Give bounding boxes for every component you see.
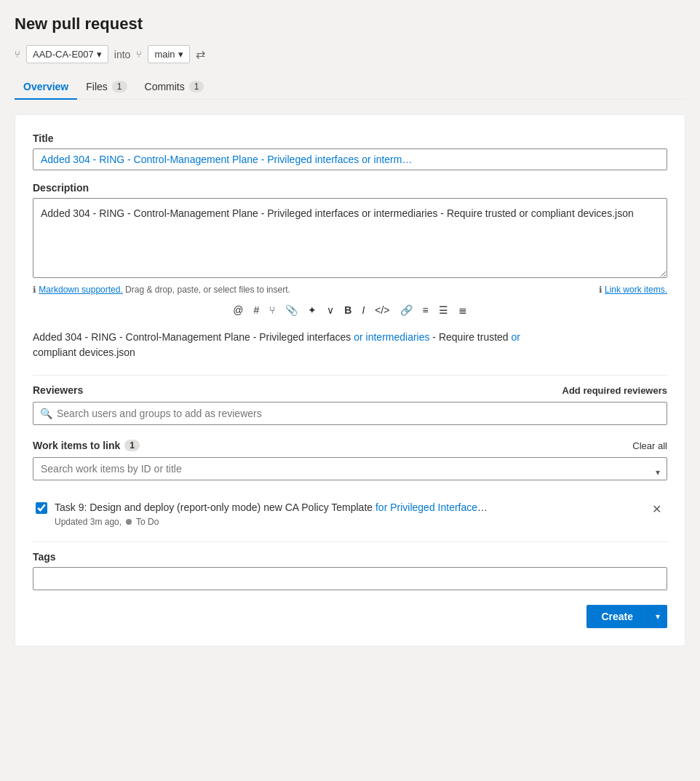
target-branch-btn[interactable]: main ▾: [148, 45, 189, 63]
fmt-code-btn[interactable]: </>: [370, 302, 394, 318]
target-branch-label: main: [154, 49, 175, 60]
into-text: into: [114, 49, 131, 60]
work-item-meta: Updated 3m ago, To Do: [55, 517, 642, 527]
branch-bar: ⑂ AAD-CA-E007 ▾ into ⑂ main ▾ ⇄: [15, 45, 685, 63]
work-item-remove-btn[interactable]: ✕: [649, 501, 664, 518]
description-label: Description: [33, 182, 667, 194]
fmt-hash-btn[interactable]: #: [249, 302, 263, 318]
reviewers-header: Reviewers Add required reviewers: [33, 384, 667, 396]
tab-files[interactable]: Files 1: [77, 75, 135, 100]
clear-all-btn[interactable]: Clear all: [632, 440, 667, 451]
reviewers-search-wrapper: 🔍: [33, 402, 667, 425]
title-input[interactable]: [33, 148, 667, 170]
work-item-checkbox[interactable]: [36, 502, 47, 514]
markdown-toolbar-row: ℹ Markdown supported. Drag & drop, paste…: [33, 285, 667, 295]
tags-label: Tags: [33, 551, 667, 563]
commits-badge: 1: [189, 81, 204, 92]
link-work-items-link[interactable]: Link work items.: [605, 285, 667, 295]
link-info-icon: ℹ: [599, 285, 602, 295]
fmt-italic-btn[interactable]: I: [357, 302, 369, 318]
tab-commits[interactable]: Commits 1: [136, 75, 213, 100]
add-required-reviewers-link[interactable]: Add required reviewers: [562, 385, 668, 396]
info-icon: ℹ: [33, 285, 36, 295]
description-input[interactable]: Added 304 - RING - Control-Management Pl…: [33, 198, 667, 278]
preview-text: Added 304 - RING - Control-Management Pl…: [33, 330, 667, 360]
work-items-label-text: Work items to link: [33, 440, 120, 451]
work-items-header: Work items to link 1 Clear all: [33, 440, 667, 451]
reviewers-label: Reviewers: [33, 384, 83, 396]
page-title: New pull request: [15, 15, 685, 33]
fmt-orderedlist-btn[interactable]: ≡: [418, 302, 433, 318]
create-chevron-icon: ▾: [656, 611, 660, 622]
tab-overview[interactable]: Overview: [15, 75, 77, 100]
work-item-status: To Do: [136, 517, 159, 527]
tab-commits-label: Commits: [145, 81, 185, 92]
work-item-content: Task 9: Design and deploy (report-only m…: [55, 501, 642, 527]
tab-files-label: Files: [86, 81, 108, 92]
main-card: Title Description Added 304 - RING - Con…: [15, 114, 685, 646]
create-button[interactable]: Create: [586, 605, 648, 628]
search-icon: 🔍: [40, 408, 52, 419]
tags-input[interactable]: [33, 567, 667, 590]
work-item-updated: Updated 3m ago,: [55, 517, 122, 527]
fmt-attach-btn[interactable]: 📎: [281, 302, 302, 318]
markdown-info: ℹ Markdown supported. Drag & drop, paste…: [33, 285, 290, 295]
title-label: Title: [33, 132, 667, 144]
markdown-link[interactable]: Markdown supported.: [39, 285, 122, 295]
work-items-label: Work items to link 1: [33, 440, 140, 451]
separator-2: [33, 542, 667, 542]
fmt-bold-btn[interactable]: B: [340, 302, 356, 318]
create-dropdown-btn[interactable]: ▾: [648, 605, 667, 628]
work-item-row: Task 9: Design and deploy (report-only m…: [33, 495, 667, 533]
fmt-pullrequest-btn[interactable]: ⑂: [265, 302, 279, 318]
work-item-status-dot: [126, 519, 132, 525]
work-item-title: Task 9: Design and deploy (report-only m…: [55, 501, 642, 515]
work-items-section: Work items to link 1 Clear all ▾ Task 9:…: [33, 440, 667, 533]
work-items-count-badge: 1: [124, 440, 140, 451]
fmt-unorderedlist-btn[interactable]: ☰: [434, 302, 453, 318]
fmt-more-btn[interactable]: ∨: [322, 302, 338, 318]
create-row: Create ▾: [33, 605, 667, 628]
target-chevron-icon: ▾: [178, 49, 183, 60]
target-branch-icon: ⑂: [136, 49, 142, 60]
work-items-dropdown-wrapper: ▾: [33, 457, 667, 488]
source-branch-btn[interactable]: AAD-CA-E007 ▾: [26, 45, 108, 63]
link-work-items-info: ℹ Link work items.: [599, 285, 667, 295]
branch-icon: ⑂: [15, 49, 20, 60]
files-badge: 1: [112, 81, 127, 92]
source-chevron-icon: ▾: [97, 49, 102, 60]
source-branch-label: AAD-CA-E007: [33, 49, 94, 60]
separator-1: [33, 375, 667, 376]
tabs-bar: Overview Files 1 Commits 1: [15, 75, 685, 100]
swap-icon[interactable]: ⇄: [196, 47, 205, 61]
fmt-link-btn[interactable]: 🔗: [396, 302, 417, 318]
fmt-highlight-btn[interactable]: ✦: [303, 302, 321, 318]
reviewers-search-input[interactable]: [33, 402, 667, 425]
work-items-search-input[interactable]: [33, 457, 667, 480]
fmt-tasklist-btn[interactable]: ≣: [454, 302, 472, 318]
markdown-hint: Drag & drop, paste, or select files to i…: [125, 285, 290, 295]
tab-overview-label: Overview: [23, 81, 68, 92]
fmt-mention-btn[interactable]: @: [228, 302, 247, 318]
formatting-toolbar: @ # ⑂ 📎 ✦ ∨ B I </> 🔗 ≡ ☰ ≣: [33, 299, 667, 321]
